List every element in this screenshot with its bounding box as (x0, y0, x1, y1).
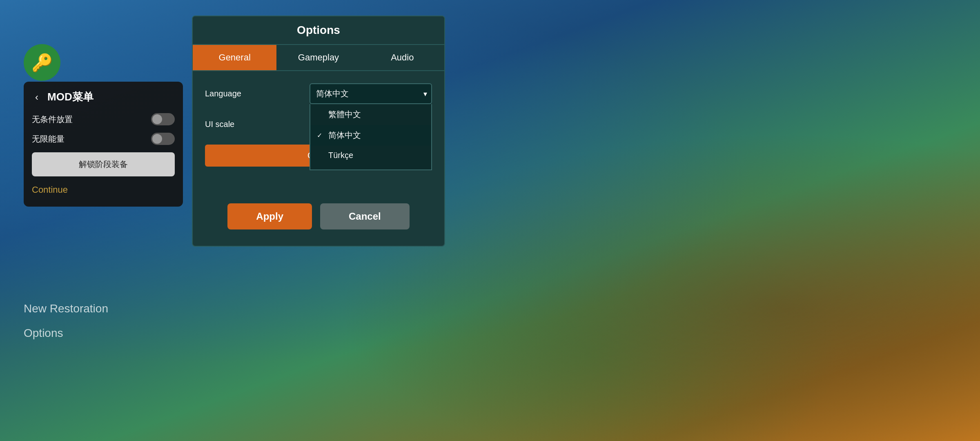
key-symbol: 🔑 (31, 53, 53, 73)
apply-button[interactable]: Apply (227, 203, 312, 229)
background-menu: New Restoration Options (24, 302, 108, 351)
lang-option-traditional-chinese[interactable]: 繁體中文 (310, 104, 431, 125)
unlock-stage-equipment-button[interactable]: 解锁阶段装备 (32, 152, 175, 176)
tab-audio[interactable]: Audio (361, 45, 444, 70)
key-icon[interactable]: 🔑 (24, 44, 60, 81)
language-label: Language (205, 89, 241, 98)
options-title-bar: Options (193, 16, 444, 45)
lang-label-turkish: Türkçe (328, 151, 353, 160)
continue-button[interactable]: Continue (32, 185, 68, 195)
language-select-wrapper: 简体中文 ▾ 繁體中文 ✓ 简体中文 (310, 83, 432, 104)
options-dialog: Options General Gameplay Audio Language … (192, 16, 445, 247)
mod-back-button[interactable]: ‹ (32, 91, 42, 104)
new-restoration-button[interactable]: New Restoration (24, 302, 108, 315)
mod-panel-header: ‹ MOD菜单 (32, 90, 175, 104)
check-mark-icon: ✓ (317, 131, 325, 139)
lang-option-arabic[interactable]: العربية (310, 165, 431, 169)
background-overlay (0, 0, 980, 441)
toggle1[interactable] (151, 113, 175, 125)
toggle2-label: 无限能量 (32, 134, 65, 145)
options-title: Options (297, 24, 340, 36)
mod-panel: ‹ MOD菜单 无条件放置 无限能量 解锁阶段装备 Continue (24, 82, 183, 207)
options-tabs: General Gameplay Audio (193, 45, 444, 71)
lang-option-turkish[interactable]: Türkçe (310, 146, 431, 165)
language-select[interactable]: 简体中文 (310, 83, 432, 104)
ui-scale-label: UI scale (205, 120, 234, 129)
toggle1-label: 无条件放置 (32, 114, 73, 125)
options-menu-button[interactable]: Options (24, 327, 63, 340)
toggle-row-1: 无条件放置 (32, 113, 175, 125)
language-dropdown-scroll: 繁體中文 ✓ 简体中文 Türkçe العربية (310, 104, 431, 169)
lang-label-simplified: 简体中文 (328, 130, 361, 141)
toggle2[interactable] (151, 133, 175, 145)
tab-gameplay[interactable]: Gameplay (276, 45, 360, 70)
language-selected-value: 简体中文 (316, 89, 349, 98)
options-bottom-buttons: Apply Cancel (193, 195, 444, 234)
toggle-row-2: 无限能量 (32, 133, 175, 145)
language-dropdown: 繁體中文 ✓ 简体中文 Türkçe العربية (310, 104, 432, 170)
language-row: Language 简体中文 ▾ 繁體中文 ✓ 简体中文 (205, 83, 432, 104)
options-content: Language 简体中文 ▾ 繁體中文 ✓ 简体中文 (193, 71, 444, 187)
mod-panel-title: MOD菜单 (47, 90, 94, 104)
lang-option-simplified-chinese[interactable]: ✓ 简体中文 (310, 125, 431, 146)
tab-general[interactable]: General (193, 45, 276, 70)
lang-label-traditional: 繁體中文 (328, 109, 361, 120)
cancel-button[interactable]: Cancel (320, 203, 410, 229)
